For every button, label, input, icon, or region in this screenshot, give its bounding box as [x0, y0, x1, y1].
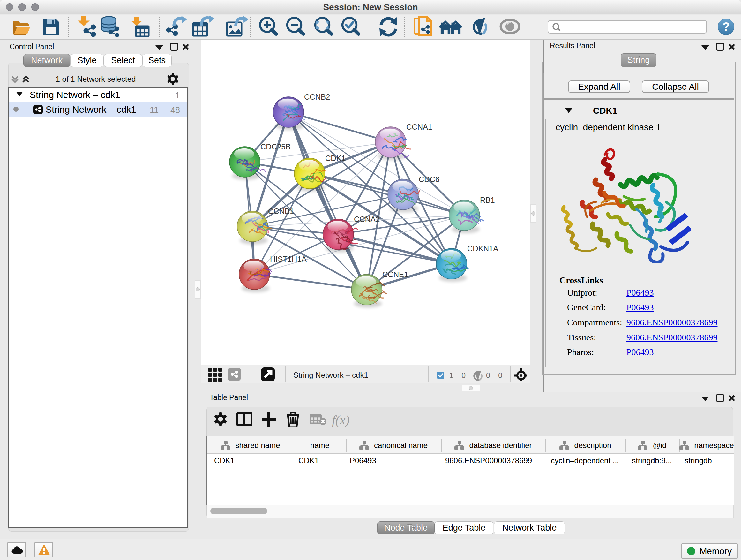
svg-text:CCNA2: CCNA2: [354, 215, 380, 224]
svg-text:CDKN1A: CDKN1A: [467, 244, 498, 253]
svg-text:CCNE1: CCNE1: [382, 270, 408, 279]
svg-text:CDC6: CDC6: [419, 175, 440, 184]
svg-text:CCNB1: CCNB1: [268, 207, 294, 215]
svg-text:CDK1: CDK1: [325, 154, 346, 163]
svg-text:CCNA1: CCNA1: [406, 123, 432, 131]
svg-text:CDC25B: CDC25B: [260, 142, 291, 151]
svg-text:CCNB2: CCNB2: [304, 92, 330, 101]
svg-text:RB1: RB1: [480, 196, 495, 204]
svg-text:HIST1H1A: HIST1H1A: [270, 255, 307, 263]
